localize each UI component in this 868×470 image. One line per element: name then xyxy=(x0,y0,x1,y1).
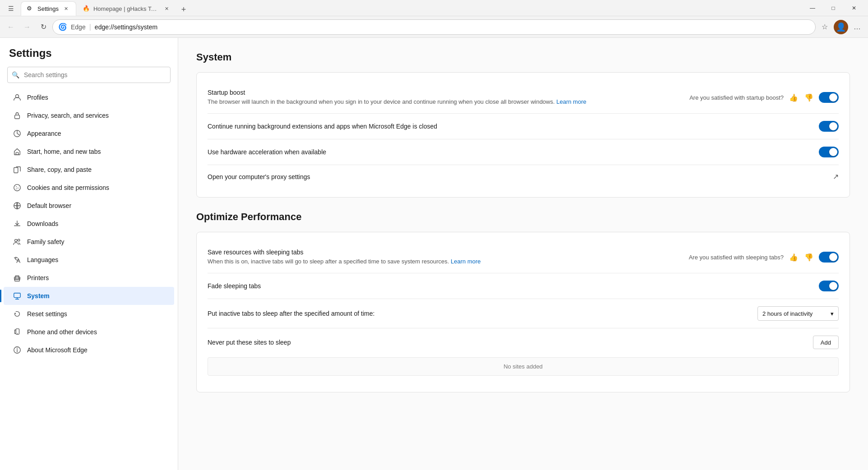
profiles-icon xyxy=(13,93,22,102)
downloads-icon xyxy=(13,219,22,228)
system-icon xyxy=(13,291,22,300)
fade-sleeping-tabs-toggle[interactable] xyxy=(819,281,839,291)
ghacks-tab-label: Homepage | gHacks Technology xyxy=(93,5,159,12)
settings-tab-icon: ⚙ xyxy=(27,5,34,12)
settings-tab-label: Settings xyxy=(37,5,59,12)
share-copy-icon xyxy=(13,165,22,174)
sidebar-item-phone-devices-label: Phone and other devices xyxy=(27,328,97,336)
navbar: ← → ↻ 🌀 Edge | ☆ 👤 … xyxy=(0,16,868,38)
background-extensions-toggle[interactable] xyxy=(819,121,839,132)
tab-bar: ☰ ⚙ Settings ✕ 🔥 Homepage | gHacks Techn… xyxy=(4,0,802,16)
sidebar-item-about[interactable]: About Microsoft Edge xyxy=(4,341,174,359)
sidebar-item-appearance[interactable]: Appearance xyxy=(4,124,174,143)
search-input[interactable] xyxy=(7,67,171,83)
fade-sleeping-tabs-actions xyxy=(819,281,839,291)
optimize-performance-section: Optimize Performance Save resources with… xyxy=(196,211,850,392)
sleeping-tabs-learn-more-link[interactable]: Learn more xyxy=(451,258,480,265)
sidebar-item-default-browser[interactable]: Default browser xyxy=(4,197,174,215)
proxy-settings-actions: ↗ xyxy=(833,172,839,181)
maximize-btn[interactable]: □ xyxy=(823,0,844,16)
sleeping-tabs-thumbup-btn[interactable]: 👍 xyxy=(788,252,799,263)
sidebar-item-downloads[interactable]: Downloads xyxy=(4,215,174,233)
startup-boost-thumbup-btn[interactable]: 👍 xyxy=(788,92,799,103)
sidebar-item-cookies[interactable]: Cookies and site permissions xyxy=(4,179,174,197)
background-extensions-label: Continue running background extensions a… xyxy=(208,123,819,130)
svg-rect-3 xyxy=(16,152,18,155)
startup-boost-desc: The browser will launch in the backgroun… xyxy=(208,98,689,106)
sidebar-item-appearance-label: Appearance xyxy=(27,130,61,137)
hardware-acceleration-row: Use hardware acceleration when available xyxy=(208,139,839,165)
background-extensions-info: Continue running background extensions a… xyxy=(208,123,819,130)
profile-btn[interactable]: 👤 xyxy=(834,20,848,34)
svg-point-5 xyxy=(14,184,20,191)
more-menu-btn[interactable]: … xyxy=(850,20,864,34)
system-settings-card: Startup boost The browser will launch in… xyxy=(196,72,850,198)
hardware-acceleration-toggle[interactable] xyxy=(819,147,839,157)
address-input[interactable] xyxy=(95,23,810,31)
startup-boost-learn-more-link[interactable]: Learn more xyxy=(556,98,586,105)
sleeping-tabs-toggle[interactable] xyxy=(819,252,839,263)
svg-rect-1 xyxy=(15,115,20,119)
svg-rect-12 xyxy=(15,279,20,281)
fade-sleeping-tabs-info: Fade sleeping tabs xyxy=(208,282,819,290)
favorites-btn[interactable]: ☆ xyxy=(817,20,832,34)
address-bar[interactable]: 🌀 Edge | xyxy=(52,19,816,35)
refresh-btn[interactable]: ↻ xyxy=(36,20,51,34)
sleeping-tabs-thumbdown-btn[interactable]: 👎 xyxy=(803,252,814,263)
forward-btn[interactable]: → xyxy=(20,20,34,34)
ghacks-tab-close-btn[interactable]: ✕ xyxy=(163,5,171,13)
back-btn[interactable]: ← xyxy=(4,20,18,34)
inactive-sleep-actions: 2 hours of inactivity ▾ xyxy=(757,306,839,321)
proxy-settings-label: Open your computer's proxy settings xyxy=(208,173,833,180)
search-box: 🔍 xyxy=(7,67,171,83)
startup-boost-info: Startup boost The browser will launch in… xyxy=(208,89,689,106)
sidebar-item-share-copy[interactable]: Share, copy, and paste xyxy=(4,161,174,179)
sidebar-item-reset-settings-label: Reset settings xyxy=(27,310,67,318)
never-sleep-add-btn[interactable]: Add xyxy=(813,336,839,349)
printers-icon xyxy=(13,273,22,282)
sleeping-tabs-actions: Are you satisfied with sleeping tabs? 👍 … xyxy=(689,252,839,263)
sidebar-item-printers[interactable]: Printers xyxy=(4,269,174,287)
background-extensions-toggle-thumb xyxy=(829,122,837,130)
sidebar-item-languages[interactable]: Languages xyxy=(4,251,174,269)
sidebar-item-printers-label: Printers xyxy=(27,274,49,281)
close-btn[interactable]: ✕ xyxy=(844,0,864,16)
sidebar-item-privacy-label: Privacy, search, and services xyxy=(27,112,109,119)
dropdown-chevron-icon: ▾ xyxy=(831,310,834,317)
svg-point-6 xyxy=(16,186,17,187)
sidebar-item-family-safety[interactable]: Family safety xyxy=(4,233,174,251)
minimize-btn[interactable]: — xyxy=(802,0,823,16)
tab-settings[interactable]: ⚙ Settings ✕ xyxy=(21,1,76,16)
sidebar-item-system[interactable]: System xyxy=(4,287,174,305)
tab-ghacks[interactable]: 🔥 Homepage | gHacks Technology ✕ xyxy=(77,1,176,16)
external-link-icon: ↗ xyxy=(833,172,839,181)
svg-point-7 xyxy=(18,188,18,189)
system-title: System xyxy=(196,51,850,63)
sidebar-item-profiles-label: Profiles xyxy=(27,94,48,101)
sidebar-toggle-btn[interactable]: ☰ xyxy=(4,1,18,16)
inactive-sleep-info: Put inactive tabs to sleep after the spe… xyxy=(208,310,757,317)
new-tab-btn[interactable]: + xyxy=(177,3,190,16)
inactive-sleep-dropdown[interactable]: 2 hours of inactivity ▾ xyxy=(757,306,839,321)
default-browser-icon xyxy=(13,201,22,210)
sidebar-item-start-home[interactable]: Start, home, and new tabs xyxy=(4,143,174,161)
fade-sleeping-tabs-label: Fade sleeping tabs xyxy=(208,282,819,290)
address-divider: | xyxy=(89,23,91,31)
cookies-icon xyxy=(13,183,22,192)
never-sleep-header: Never put these sites to sleep Add xyxy=(208,336,839,349)
sidebar-item-family-safety-label: Family safety xyxy=(27,238,64,245)
startup-boost-toggle[interactable] xyxy=(819,92,839,103)
hardware-acceleration-actions xyxy=(819,147,839,157)
background-extensions-row: Continue running background extensions a… xyxy=(208,114,839,139)
startup-boost-thumbdown-btn[interactable]: 👎 xyxy=(803,92,814,103)
startup-boost-row: Startup boost The browser will launch in… xyxy=(208,82,839,114)
languages-icon xyxy=(13,255,22,264)
sidebar-item-profiles[interactable]: Profiles xyxy=(4,88,174,106)
sidebar-item-phone-devices[interactable]: Phone and other devices xyxy=(4,323,174,341)
start-home-icon xyxy=(13,147,22,156)
background-extensions-actions xyxy=(819,121,839,132)
sleeping-tabs-toggle-thumb xyxy=(829,253,837,261)
sidebar-item-privacy[interactable]: Privacy, search, and services xyxy=(4,106,174,124)
settings-tab-close-btn[interactable]: ✕ xyxy=(62,5,70,13)
sidebar-item-reset-settings[interactable]: Reset settings xyxy=(4,305,174,323)
